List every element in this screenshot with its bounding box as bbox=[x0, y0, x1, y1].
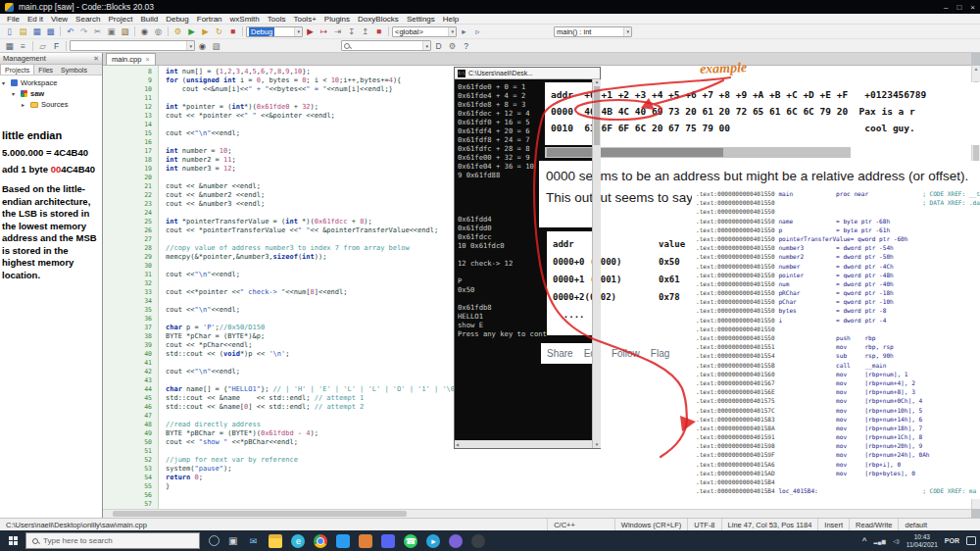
task-view-icon[interactable]: ▣ bbox=[228, 535, 237, 546]
management-tab-projects[interactable]: Projects bbox=[0, 65, 34, 75]
settings-gear-icon[interactable]: ⚙ bbox=[446, 40, 459, 52]
cut-icon[interactable]: ✂ bbox=[91, 25, 104, 37]
fortran-icon[interactable]: F bbox=[50, 40, 63, 52]
menu-tools+[interactable]: Tools+ bbox=[289, 15, 319, 24]
management-tab-symbols[interactable]: Symbols bbox=[57, 65, 91, 75]
search-combo[interactable]: ▾ bbox=[341, 40, 431, 51]
menu-debug[interactable]: Debug bbox=[162, 15, 193, 24]
compile-icon[interactable]: ⚙ bbox=[172, 25, 184, 37]
menu-wxsmith[interactable]: wxSmith bbox=[226, 15, 264, 24]
goto-declaration-icon[interactable]: ▸ bbox=[458, 25, 470, 37]
save-icon[interactable]: ▦ bbox=[30, 25, 43, 37]
close-button[interactable]: × bbox=[970, 3, 975, 12]
wxsmith-icon[interactable]: ▱ bbox=[36, 40, 49, 52]
debugger-target-combo[interactable]: ▾ bbox=[70, 40, 195, 51]
cortana-icon[interactable] bbox=[209, 535, 220, 546]
action-follow[interactable]: Follow bbox=[612, 348, 640, 359]
abort-icon[interactable]: ■ bbox=[226, 25, 239, 37]
menu-fortran[interactable]: Fortran bbox=[193, 15, 226, 24]
menu-view[interactable]: View bbox=[47, 15, 72, 24]
console-vertical-scrollbar[interactable]: ▲▼ bbox=[592, 79, 601, 448]
scroll-down-icon[interactable]: ▼ bbox=[593, 442, 601, 447]
replace-icon[interactable]: ◎ bbox=[152, 25, 165, 37]
next-line-icon[interactable]: ⇥ bbox=[331, 25, 344, 37]
incremental-search-icon[interactable]: ◉ bbox=[196, 40, 209, 52]
menu-search[interactable]: Search bbox=[72, 15, 104, 24]
run-icon[interactable]: ▶ bbox=[185, 25, 198, 37]
debug-target-combo[interactable]: Debug ▾ bbox=[246, 26, 303, 37]
window-titlebar[interactable]: main.cpp [saw] - Code::Blocks 20.03 – □ … bbox=[0, 0, 980, 14]
telegram-icon[interactable]: ▸ bbox=[426, 534, 440, 548]
step-into-icon[interactable]: ↧ bbox=[345, 25, 358, 37]
menu-edit[interactable]: Ed it bbox=[24, 15, 47, 24]
tree-item-workspace[interactable]: ▾ Workspace bbox=[2, 77, 102, 88]
redo-icon[interactable]: ↷ bbox=[77, 25, 90, 37]
network-icon[interactable]: ▂▄▆ bbox=[873, 538, 886, 544]
skype-icon[interactable] bbox=[449, 534, 463, 548]
stop-debugger-icon[interactable]: ■ bbox=[372, 25, 385, 37]
menu-build[interactable]: Build bbox=[136, 15, 162, 24]
help-icon[interactable]: ? bbox=[460, 40, 472, 52]
goto-implementation-icon[interactable]: ▹ bbox=[471, 25, 484, 37]
save-all-icon[interactable]: ▩ bbox=[44, 25, 57, 37]
minimize-button[interactable]: – bbox=[944, 3, 948, 12]
volume-icon[interactable]: ◁) bbox=[893, 537, 900, 544]
edge-icon[interactable]: e bbox=[291, 534, 305, 548]
run-to-cursor-icon[interactable]: ↦ bbox=[318, 25, 330, 37]
menu-project[interactable]: Project bbox=[104, 15, 136, 24]
discord-icon[interactable] bbox=[381, 534, 395, 548]
management-header[interactable]: Management ✕ bbox=[0, 53, 102, 65]
tree-item-project[interactable]: ▾ saw bbox=[2, 88, 102, 99]
console-horizontal-scrollbar[interactable]: ◀▶ bbox=[455, 440, 600, 448]
editor-horizontal-scrollbar[interactable] bbox=[103, 509, 971, 518]
action-flag[interactable]: Flag bbox=[651, 348, 669, 359]
mail-icon[interactable]: ✉ bbox=[246, 534, 260, 548]
build-and-run-icon[interactable]: ▶ bbox=[199, 25, 212, 37]
language-indicator[interactable]: POR bbox=[945, 537, 959, 544]
menu-tools[interactable]: Tools bbox=[264, 15, 290, 24]
rebuild-icon[interactable]: ↻ bbox=[213, 25, 225, 37]
close-icon[interactable]: × bbox=[145, 56, 149, 63]
taskbar-clock[interactable]: 10:43 11/04/2021 bbox=[906, 533, 938, 548]
menu-settings[interactable]: Settings bbox=[403, 15, 439, 24]
undo-icon[interactable]: ↶ bbox=[64, 25, 76, 37]
doxyblocks-icon[interactable]: D bbox=[432, 40, 445, 52]
close-icon[interactable]: ✕ bbox=[93, 55, 99, 63]
debugging-windows-icon[interactable]: ▦ bbox=[3, 40, 16, 52]
menu-file[interactable]: File bbox=[3, 15, 24, 24]
debug-continue-icon[interactable]: ▶ bbox=[304, 25, 317, 37]
tree-expand-icon[interactable]: ▸ bbox=[22, 101, 27, 108]
find-icon[interactable]: ◉ bbox=[138, 25, 151, 37]
tree-item-sources[interactable]: ▸ Sources bbox=[2, 99, 102, 110]
chrome-icon[interactable] bbox=[314, 534, 327, 548]
highlight-occurrences-icon[interactable]: ▨ bbox=[210, 40, 222, 52]
tree-expand-icon[interactable]: ▾ bbox=[12, 90, 18, 97]
action-share[interactable]: Share bbox=[547, 348, 573, 359]
taskbar-search-input[interactable]: Type here to search bbox=[25, 532, 200, 549]
obs-icon[interactable] bbox=[471, 534, 485, 548]
tab-main-cpp[interactable]: main.cpp × bbox=[106, 53, 156, 65]
copy-icon[interactable]: ▣ bbox=[105, 25, 118, 37]
menu-help[interactable]: Help bbox=[439, 15, 463, 24]
scrollbar-thumb[interactable] bbox=[113, 511, 407, 517]
whatsapp-icon[interactable]: ☎ bbox=[404, 534, 417, 548]
menu-doxyblocks[interactable]: DoxyBlocks bbox=[354, 15, 403, 24]
console-titlebar[interactable]: C:\ C:\Users\naeli\Desk... bbox=[455, 68, 600, 79]
open-icon[interactable]: ▤ bbox=[17, 25, 29, 37]
scrollbar-thumb[interactable] bbox=[594, 86, 600, 145]
scope-combo[interactable]: <global> ▾ bbox=[392, 26, 457, 37]
new-file-icon[interactable]: ▯ bbox=[3, 25, 16, 37]
codeblocks-icon[interactable] bbox=[359, 534, 372, 548]
step-out-icon[interactable]: ↥ bbox=[359, 25, 371, 37]
various-info-icon[interactable]: ≡ bbox=[17, 40, 29, 52]
menu-plugins[interactable]: Plugins bbox=[320, 15, 354, 24]
vscode-icon[interactable] bbox=[336, 534, 350, 548]
start-button[interactable] bbox=[0, 530, 25, 551]
explorer-icon[interactable] bbox=[269, 534, 282, 548]
symbol-combo[interactable]: main() : int ▾ bbox=[554, 26, 632, 37]
management-tab-files[interactable]: Files bbox=[34, 65, 57, 75]
tray-expand-icon[interactable]: ^ bbox=[862, 536, 867, 545]
notification-center-icon[interactable] bbox=[966, 536, 976, 545]
paste-icon[interactable]: ▨ bbox=[119, 25, 131, 37]
maximize-button[interactable]: □ bbox=[956, 3, 961, 12]
